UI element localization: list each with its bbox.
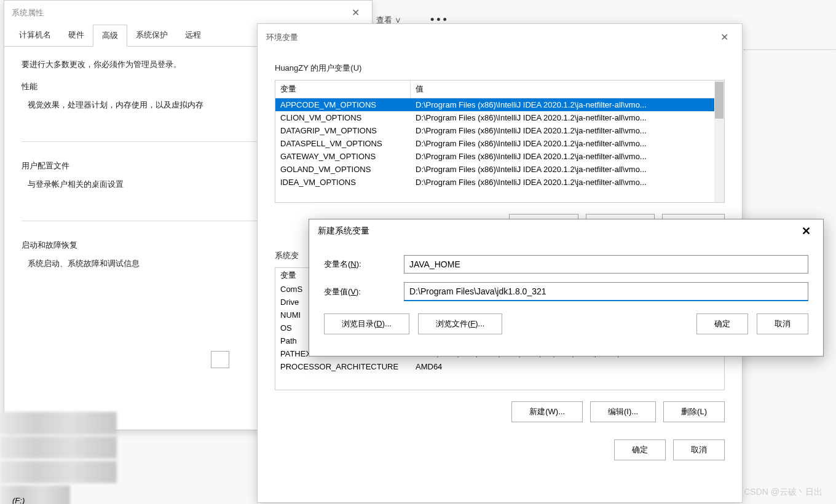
var-name-label: 变量名(N): — [324, 259, 404, 270]
table-row[interactable]: IDEA_VM_OPTIONSD:\Program Files (x86)\In… — [275, 176, 724, 189]
hidden-settings-button[interactable] — [211, 351, 229, 368]
table-header: 变量 值 — [275, 81, 724, 98]
user-vars-table[interactable]: 变量 值 APPCODE_VM_OPTIONSD:\Program Files … — [275, 80, 725, 203]
var-value-cell: D:\Program Files (x86)\IntelliJ IDEA 202… — [411, 176, 724, 189]
tab-computer-name[interactable]: 计算机名 — [10, 25, 60, 46]
close-icon[interactable]: ✕ — [716, 30, 733, 44]
cancel-button[interactable]: 取消 — [757, 313, 808, 334]
var-name-cell: DATAGRIP_VM_OPTIONS — [275, 124, 411, 137]
sys-props-title-text: 系统属性 — [12, 7, 44, 18]
var-value-label: 变量值(V): — [324, 286, 404, 297]
blurred-background: (F:) — [0, 412, 117, 504]
tab-system-protection[interactable]: 系统保护 — [127, 25, 176, 46]
newvar-title-text: 新建系统变量 — [318, 226, 369, 237]
watermark: CSDN @云破丶日出 — [744, 487, 822, 498]
var-value-cell: D:\Program Files (x86)\IntelliJ IDEA 202… — [411, 163, 724, 176]
var-value-input[interactable] — [404, 282, 808, 301]
table-row[interactable]: GOLAND_VM_OPTIONSD:\Program Files (x86)\… — [275, 163, 724, 176]
var-value-cell: D:\Program Files (x86)\IntelliJ IDEA 202… — [411, 137, 724, 150]
browse-directory-button[interactable]: 浏览目录(D)... — [324, 313, 409, 334]
tab-remote[interactable]: 远程 — [176, 25, 210, 46]
newvar-titlebar: 新建系统变量 ✕ — [309, 219, 823, 243]
browse-file-button[interactable]: 浏览文件(F)... — [418, 313, 502, 334]
tab-advanced[interactable]: 高级 — [93, 25, 127, 47]
var-value-cell: D:\Program Files (x86)\IntelliJ IDEA 202… — [411, 111, 724, 124]
new-system-variable-dialog: 新建系统变量 ✕ 变量名(N): 变量值(V): 浏览目录(D)... 浏览文件… — [309, 219, 824, 356]
ok-button[interactable]: 确定 — [614, 439, 666, 460]
table-row[interactable]: PROCESSOR_ARCHITECTUREAMD64 — [275, 360, 724, 373]
table-row[interactable]: APPCODE_VM_OPTIONSD:\Program Files (x86)… — [275, 98, 724, 111]
var-name-cell: GATEWAY_VM_OPTIONS — [275, 150, 411, 163]
var-name-cell: IDEA_VM_OPTIONS — [275, 176, 411, 189]
drive-label: (F:) — [12, 496, 25, 504]
var-name-input[interactable] — [404, 255, 808, 274]
close-icon[interactable]: ✕ — [798, 224, 814, 238]
newvar-buttons: 浏览目录(D)... 浏览文件(F)... 确定 取消 — [324, 313, 808, 334]
var-value-cell: D:\Program Files (x86)\IntelliJ IDEA 202… — [411, 124, 724, 137]
sys-props-titlebar: 系统属性 ✕ — [4, 1, 372, 25]
user-vars-label: HuangZY 的用户变量(U) — [275, 63, 725, 74]
new-sys-var-button[interactable]: 新建(W)... — [511, 401, 583, 422]
bg-divider — [744, 49, 836, 50]
var-name-cell: GOLAND_VM_OPTIONS — [275, 163, 411, 176]
var-name-cell: DATASPELL_VM_OPTIONS — [275, 137, 411, 150]
var-value-cell: D:\Program Files (x86)\IntelliJ IDEA 202… — [411, 98, 724, 111]
var-value-row: 变量值(V): — [324, 282, 808, 301]
close-icon[interactable]: ✕ — [347, 6, 365, 20]
scrollbar[interactable] — [714, 81, 724, 202]
col-variable[interactable]: 变量 — [275, 81, 411, 98]
scrollbar-thumb[interactable] — [715, 82, 724, 119]
var-name-cell: CLION_VM_OPTIONS — [275, 111, 411, 124]
col-value[interactable]: 值 — [411, 81, 724, 98]
table-row[interactable]: DATAGRIP_VM_OPTIONSD:\Program Files (x86… — [275, 124, 724, 137]
delete-sys-var-button[interactable]: 删除(L) — [663, 401, 725, 422]
sys-var-buttons: 新建(W)... 编辑(I)... 删除(L) — [275, 401, 725, 422]
var-name-cell: PROCESSOR_ARCHITECTURE — [275, 360, 411, 373]
edit-sys-var-button[interactable]: 编辑(I)... — [590, 401, 656, 422]
ok-button[interactable]: 确定 — [696, 313, 748, 334]
cancel-button[interactable]: 取消 — [673, 439, 725, 460]
table-row[interactable]: CLION_VM_OPTIONSD:\Program Files (x86)\I… — [275, 111, 724, 124]
table-row[interactable]: GATEWAY_VM_OPTIONSD:\Program Files (x86)… — [275, 150, 724, 163]
newvar-body: 变量名(N): 变量值(V): 浏览目录(D)... 浏览文件(F)... 确定… — [309, 243, 823, 347]
var-name-cell: APPCODE_VM_OPTIONS — [275, 98, 411, 111]
table-row[interactable]: DATASPELL_VM_OPTIONSD:\Program Files (x8… — [275, 137, 724, 150]
var-name-row: 变量名(N): — [324, 255, 808, 274]
tab-hardware[interactable]: 硬件 — [60, 25, 93, 46]
env-title-text: 环境变量 — [266, 32, 298, 43]
env-titlebar: 环境变量 ✕ — [258, 24, 742, 50]
user-vars-body[interactable]: APPCODE_VM_OPTIONSD:\Program Files (x86)… — [275, 98, 724, 203]
var-value-cell: D:\Program Files (x86)\IntelliJ IDEA 202… — [411, 150, 724, 163]
var-value-cell: AMD64 — [411, 360, 724, 373]
env-dialog-buttons: 确定 取消 — [275, 439, 725, 460]
